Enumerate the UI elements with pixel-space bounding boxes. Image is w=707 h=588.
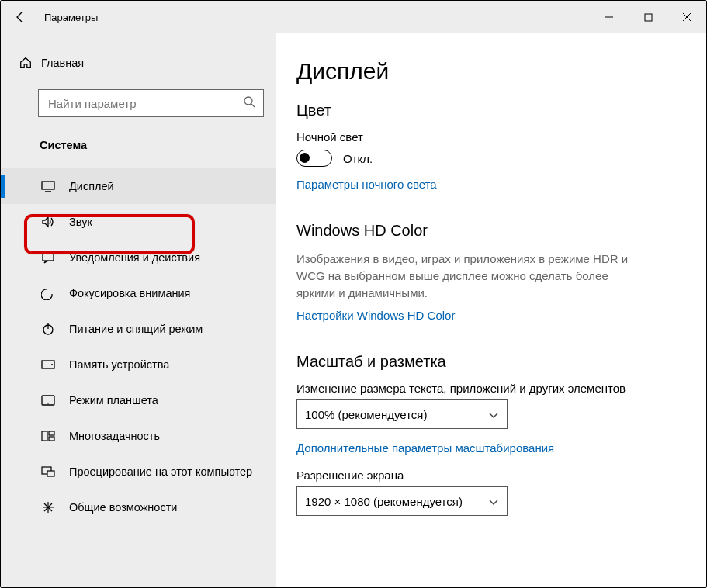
- titlebar: Параметры: [1, 1, 706, 33]
- sound-icon: [40, 216, 57, 228]
- night-light-label: Ночной свет: [296, 130, 706, 144]
- sidebar-category: Система: [1, 117, 276, 165]
- sidebar-item-notifications[interactable]: Уведомления и действия: [1, 240, 276, 275]
- night-light-settings-link[interactable]: Параметры ночного света: [296, 178, 706, 191]
- svg-line-5: [251, 104, 255, 107]
- projecting-icon: [40, 466, 57, 477]
- resolution-field-label: Разрешение экрана: [296, 469, 706, 482]
- hd-desc: Изображения в видео, играх и приложениях…: [296, 251, 638, 301]
- svg-point-12: [51, 364, 53, 365]
- sidebar: Главная Система Дисплей: [1, 33, 276, 587]
- sidebar-item-label: Проецирование на этот компьютер: [69, 465, 252, 478]
- night-light-toggle[interactable]: [296, 150, 332, 167]
- toggle-state-label: Откл.: [343, 152, 373, 165]
- sidebar-item-label: Питание и спящий режим: [69, 323, 203, 335]
- sidebar-home-label: Главная: [41, 57, 84, 69]
- sidebar-item-label: Дисплей: [69, 180, 114, 192]
- svg-rect-1: [645, 14, 652, 21]
- sidebar-item-power[interactable]: Питание и спящий режим: [1, 311, 276, 347]
- sidebar-item-label: Режим планшета: [69, 394, 158, 406]
- multitask-icon: [40, 431, 57, 441]
- resolution-value: 1920 × 1080 (рекомендуется): [305, 495, 463, 508]
- sidebar-item-display[interactable]: Дисплей: [1, 168, 276, 204]
- section-scale: Масштаб и разметка: [296, 353, 706, 371]
- scale-value: 100% (рекомендуется): [305, 408, 427, 421]
- svg-rect-6: [42, 182, 54, 189]
- sidebar-item-focus[interactable]: Фокусировка внимания: [1, 275, 276, 311]
- sidebar-item-label: Уведомления и действия: [69, 251, 200, 264]
- focus-icon: [40, 286, 57, 300]
- svg-rect-16: [49, 431, 54, 435]
- sidebar-item-sound[interactable]: Звук: [1, 204, 276, 240]
- sidebar-item-tablet[interactable]: Режим планшета: [1, 382, 276, 418]
- minimize-button[interactable]: [590, 1, 629, 33]
- sidebar-home[interactable]: Главная: [1, 47, 276, 78]
- maximize-button[interactable]: [629, 1, 667, 33]
- svg-point-14: [47, 403, 49, 404]
- search-input[interactable]: [47, 96, 243, 111]
- resolution-combobox[interactable]: 1920 × 1080 (рекомендуется): [296, 486, 508, 516]
- back-button[interactable]: [7, 1, 33, 33]
- home-icon: [16, 56, 35, 70]
- section-hdcolor: Windows HD Color: [296, 222, 706, 240]
- window-title: Параметры: [44, 12, 98, 23]
- search-icon: [243, 95, 255, 111]
- close-button[interactable]: [667, 1, 706, 33]
- storage-icon: [40, 360, 57, 369]
- scale-field-label: Изменение размера текста, приложений и д…: [296, 382, 706, 395]
- sidebar-nav: Дисплей Звук Уведомления и действия: [1, 165, 276, 525]
- advanced-scaling-link[interactable]: Дополнительные параметры масштабирования: [296, 441, 706, 455]
- chevron-down-icon: [488, 495, 499, 508]
- scale-combobox[interactable]: 100% (рекомендуется): [296, 399, 508, 429]
- chevron-down-icon: [488, 408, 499, 421]
- search-box[interactable]: [38, 89, 264, 117]
- svg-rect-15: [42, 431, 47, 441]
- shared-icon: [40, 500, 57, 514]
- sidebar-item-multitask[interactable]: Многозадачность: [1, 418, 276, 454]
- svg-rect-8: [43, 253, 54, 261]
- tablet-icon: [40, 395, 57, 406]
- section-color: Цвет: [296, 102, 706, 119]
- power-icon: [40, 322, 57, 336]
- svg-rect-19: [47, 471, 54, 476]
- sidebar-item-label: Общие возможности: [69, 501, 177, 514]
- sidebar-item-storage[interactable]: Память устройства: [1, 347, 276, 382]
- page-title: Дисплей: [296, 58, 706, 85]
- svg-rect-17: [49, 437, 54, 441]
- sidebar-item-shared[interactable]: Общие возможности: [1, 489, 276, 525]
- hd-settings-link[interactable]: Настройки Windows HD Color: [296, 309, 706, 322]
- sidebar-item-label: Многозадачность: [69, 430, 160, 442]
- sidebar-item-label: Фокусировка внимания: [69, 287, 190, 299]
- display-icon: [40, 180, 57, 192]
- sidebar-item-label: Память устройства: [69, 358, 169, 371]
- svg-point-4: [244, 97, 252, 105]
- sidebar-item-projecting[interactable]: Проецирование на этот компьютер: [1, 454, 276, 489]
- sidebar-item-label: Звук: [69, 216, 92, 228]
- content-pane: Дисплей Цвет Ночной свет Откл. Параметры…: [276, 33, 706, 587]
- notifications-icon: [40, 251, 57, 264]
